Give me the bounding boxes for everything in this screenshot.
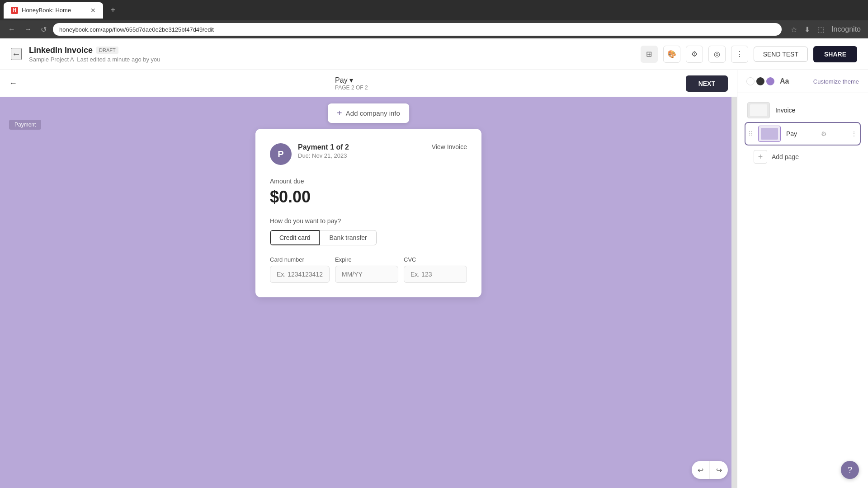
header-subtitle: Sample Project A Last edited a minute ag…	[29, 56, 641, 63]
document-title: LinkedIn Invoice DRAFT	[29, 46, 641, 55]
settings-icon[interactable]: ⚙	[686, 46, 703, 63]
page-prev-button[interactable]: ←	[9, 79, 17, 88]
share-button[interactable]: SHARE	[813, 46, 857, 62]
add-company-text: Add company info	[346, 109, 400, 117]
add-page-row[interactable]: + Add page	[745, 145, 861, 168]
card-header: P Payment 1 of 2 Due: Nov 21, 2023 View …	[270, 143, 467, 165]
expire-group: Expire	[335, 256, 398, 283]
page-nav: ← Pay ▾ PAGE 2 OF 2 NEXT	[0, 70, 737, 97]
cvc-group: CVC	[404, 256, 467, 283]
palette-icon[interactable]: 🎨	[663, 46, 680, 63]
font-preview-label: Aa	[780, 77, 789, 85]
tab-title: HoneyBook: Home	[22, 7, 71, 14]
reload-button[interactable]: ↺	[38, 23, 49, 36]
theme-circle-purple[interactable]	[766, 77, 774, 85]
scrollbar[interactable]	[731, 70, 737, 488]
pay-tabs: Credit card Bank transfer	[270, 230, 467, 245]
cvc-input[interactable]	[404, 266, 467, 283]
invoice-page-name: Invoice	[775, 107, 795, 114]
browser-tab[interactable]: H HoneyBook: Home ✕	[4, 2, 103, 19]
theme-row: Aa Customize theme	[737, 70, 868, 93]
page-settings-icon[interactable]: ⚙	[821, 130, 827, 137]
undo-button[interactable]: ↩	[692, 461, 710, 479]
next-button[interactable]: NEXT	[686, 75, 728, 92]
pay-page-name: Pay	[786, 130, 797, 137]
tab-close-button[interactable]: ✕	[90, 7, 96, 14]
main-layout: ← Pay ▾ PAGE 2 OF 2 NEXT Payment + Add c…	[0, 70, 868, 488]
help-button[interactable]: ?	[841, 461, 859, 479]
card-subtitle: Due: Nov 21, 2023	[298, 152, 432, 159]
page-info: Pay ▾ PAGE 2 OF 2	[335, 76, 368, 91]
toolbar-icons: ☆ ⬇ ⬚ Incognito	[789, 24, 863, 35]
download-icon[interactable]: ⬇	[802, 24, 812, 35]
incognito-label: Incognito	[830, 24, 863, 35]
page-sublabel: PAGE 2 OF 2	[335, 84, 368, 91]
redo-button[interactable]: ↪	[710, 461, 728, 479]
card-title-area: Payment 1 of 2 Due: Nov 21, 2023	[298, 143, 432, 159]
add-company-icon: +	[337, 108, 342, 118]
browser-chrome: H HoneyBook: Home ✕ +	[0, 0, 868, 20]
payment-logo: P	[270, 143, 292, 165]
card-number-input[interactable]	[270, 266, 330, 283]
extensions-icon[interactable]: ⬚	[816, 24, 826, 35]
card-number-group: Card number	[270, 256, 330, 283]
add-page-label: Add page	[772, 153, 799, 160]
theme-circle-dark[interactable]	[756, 77, 764, 85]
payment-card: P Payment 1 of 2 Due: Nov 21, 2023 View …	[255, 129, 481, 297]
payment-tag: Payment	[9, 120, 41, 130]
view-invoice-link[interactable]: View Invoice	[432, 143, 467, 150]
pay-question: How do you want to pay?	[270, 217, 467, 225]
page-item-invoice[interactable]: Invoice	[745, 99, 861, 122]
payment-form-row: Card number Expire CVC	[270, 256, 467, 283]
draft-badge: DRAFT	[96, 47, 118, 54]
add-company-bar[interactable]: + Add company info	[328, 103, 409, 123]
canvas-area: ← Pay ▾ PAGE 2 OF 2 NEXT Payment + Add c…	[0, 70, 737, 488]
drag-handle-icon: ⠿	[748, 130, 753, 137]
card-number-label: Card number	[270, 256, 330, 263]
pay-thumb-inner	[761, 128, 778, 140]
expire-input[interactable]	[335, 266, 398, 283]
page-more-icon[interactable]: ⋮	[851, 130, 857, 137]
smart-files-icon[interactable]: ⊞	[641, 46, 658, 63]
theme-circles	[746, 77, 774, 85]
customize-theme-link[interactable]: Customize theme	[813, 78, 859, 85]
app-header: ← LinkedIn Invoice DRAFT Sample Project …	[0, 38, 868, 70]
document-canvas: Payment + Add company info P Payment 1 o…	[0, 97, 737, 488]
forward-nav-button[interactable]: →	[22, 23, 34, 35]
page-label: Pay ▾	[335, 76, 368, 84]
add-page-icon: +	[754, 150, 767, 164]
undo-redo-controls: ↩ ↪	[692, 461, 728, 479]
back-nav-button[interactable]: ←	[5, 23, 18, 35]
amount-value: $0.00	[270, 188, 467, 206]
header-title-area: LinkedIn Invoice DRAFT Sample Project A …	[29, 46, 641, 63]
bookmark-icon[interactable]: ☆	[789, 24, 799, 35]
amount-label: Amount due	[270, 178, 467, 185]
back-button[interactable]: ←	[11, 48, 22, 60]
expire-label: Expire	[335, 256, 398, 263]
pay-thumbnail	[758, 126, 781, 142]
bank-transfer-tab[interactable]: Bank transfer	[320, 230, 376, 245]
header-actions: ⊞ 🎨 ⚙ ◎ ⋮ SEND TEST SHARE	[641, 46, 857, 63]
address-bar[interactable]: honeybook.com/app/flow/655d7dae0e2be3125…	[53, 23, 782, 36]
new-tab-button[interactable]: +	[107, 5, 119, 15]
card-title: Payment 1 of 2	[298, 143, 432, 151]
send-test-button[interactable]: SEND TEST	[754, 47, 808, 62]
more-options-icon[interactable]: ⋮	[731, 46, 748, 63]
invoice-thumb-inner	[750, 104, 767, 116]
page-item-pay[interactable]: ⠿ Pay ⚙ ⋮	[745, 122, 861, 145]
cvc-label: CVC	[404, 256, 467, 263]
theme-circle-white[interactable]	[746, 77, 755, 85]
panel-pages: Invoice ⠿ Pay ⚙ ⋮ + Add page	[737, 93, 868, 488]
credit-card-tab[interactable]: Credit card	[270, 230, 320, 245]
preview-icon[interactable]: ◎	[708, 46, 726, 63]
right-panel: Aa Customize theme Invoice ⠿ Pay ⚙ ⋮	[737, 70, 868, 488]
invoice-thumbnail	[747, 102, 770, 118]
browser-toolbar: ← → ↺ honeybook.com/app/flow/655d7dae0e2…	[0, 20, 868, 38]
page-chevron-icon: ▾	[349, 76, 353, 84]
tab-favicon: H	[11, 7, 18, 14]
